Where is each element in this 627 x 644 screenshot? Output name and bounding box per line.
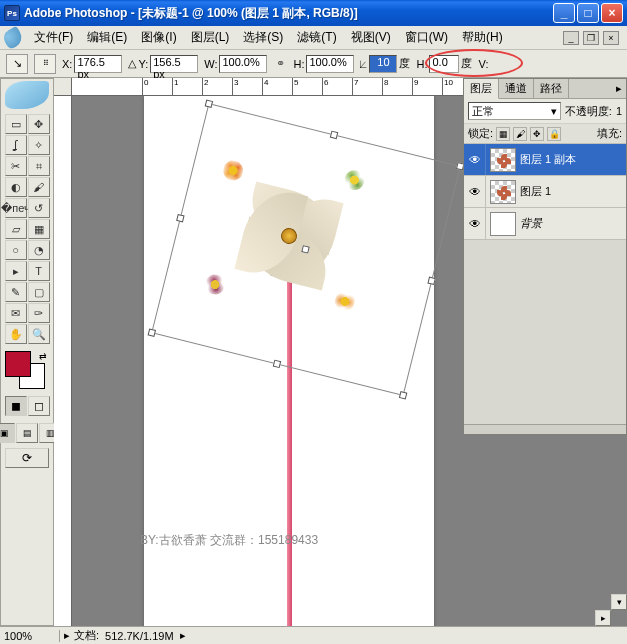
scroll-right-button[interactable]: ▸ xyxy=(595,610,611,626)
jump-to-imageready-button[interactable]: ⟳ xyxy=(5,448,49,468)
h-input[interactable]: 100.0% xyxy=(306,55,354,73)
transform-handle-e[interactable] xyxy=(428,276,436,284)
transform-center-point[interactable] xyxy=(301,245,309,253)
window-minimize-button[interactable]: _ xyxy=(553,3,575,23)
window-close-button[interactable]: × xyxy=(601,3,623,23)
link-aspect-icon[interactable]: ⚭ xyxy=(273,55,287,73)
x-input[interactable]: 176.5 px xyxy=(74,55,122,73)
blend-mode-value: 正常 xyxy=(472,104,494,119)
menu-edit[interactable]: 编辑(E) xyxy=(81,26,133,49)
menu-layer[interactable]: 图层(L) xyxy=(185,26,236,49)
move-tool[interactable]: ✥ xyxy=(28,114,50,134)
lasso-tool[interactable]: ʆ xyxy=(5,135,27,155)
layer-item[interactable]: 👁 背景 xyxy=(464,208,626,240)
layer-item[interactable]: 👁 图层 1 xyxy=(464,176,626,208)
layer-name[interactable]: 图层 1 副本 xyxy=(520,152,576,167)
layer-visibility-icon[interactable]: 👁 xyxy=(464,144,486,175)
transform-handle-se[interactable] xyxy=(399,391,407,399)
notes-tool[interactable]: ✉ xyxy=(5,303,27,323)
hand-tool[interactable]: ✋ xyxy=(5,324,27,344)
swap-colors-icon[interactable]: ⇄ xyxy=(39,351,47,361)
color-swatches: ⇄ xyxy=(5,351,49,389)
reference-point-icon[interactable]: ⠿ xyxy=(34,54,56,74)
layer-visibility-icon[interactable]: 👁 xyxy=(464,208,486,239)
pen-tool[interactable]: ✎ xyxy=(5,282,27,302)
standard-mode-button[interactable]: ◼ xyxy=(5,396,27,416)
scroll-down-button[interactable]: ▾ xyxy=(611,594,627,610)
crop-tool[interactable]: ✂ xyxy=(5,156,27,176)
doc-close-button[interactable]: × xyxy=(603,31,619,45)
brush-tool[interactable]: 🖌 xyxy=(28,177,50,197)
transform-handle-s[interactable] xyxy=(273,360,281,368)
transform-handle-sw[interactable] xyxy=(148,328,156,336)
transform-handle-nw[interactable] xyxy=(205,99,213,107)
doc-minimize-button[interactable]: _ xyxy=(563,31,579,45)
tab-layers[interactable]: 图层 xyxy=(464,79,499,99)
menu-help[interactable]: 帮助(H) xyxy=(456,26,509,49)
status-expand-icon[interactable]: ▸ xyxy=(60,629,74,642)
gradient-tool[interactable]: ▦ xyxy=(28,219,50,239)
photoshop-feather-icon xyxy=(1,25,26,50)
zoom-tool[interactable]: 🔍 xyxy=(28,324,50,344)
window-titlebar: Ps Adobe Photoshop - [未标题-1 @ 100% (图层 1… xyxy=(0,0,627,26)
ruler-origin[interactable] xyxy=(54,78,72,96)
tab-paths[interactable]: 路径 xyxy=(534,79,569,98)
layer-item[interactable]: 👁 图层 1 副本 xyxy=(464,144,626,176)
blend-mode-select[interactable]: 正常 ▾ xyxy=(468,102,561,120)
layer-name[interactable]: 图层 1 xyxy=(520,184,551,199)
window-maximize-button[interactable]: □ xyxy=(577,3,599,23)
tab-channels[interactable]: 通道 xyxy=(499,79,534,98)
lock-pixels-icon[interactable]: 🖌 xyxy=(513,127,527,141)
panel-menu-icon[interactable]: ▸ xyxy=(612,79,626,98)
marquee-tool[interactable]: ▭ xyxy=(5,114,27,134)
quickmask-mode-button[interactable]: ◻ xyxy=(28,396,50,416)
w-input[interactable]: 100.0% xyxy=(219,55,267,73)
panel-resize-handle[interactable] xyxy=(464,424,626,434)
blur-tool[interactable]: ○ xyxy=(5,240,27,260)
ruler-tick: 5 xyxy=(292,78,298,96)
layers-panel: 图层 通道 路径 ▸ 正常 ▾ 不透明度: 1 锁定: ▦ 🖌 ✥ 🔒 填充: … xyxy=(463,78,627,435)
shape-tool[interactable]: ▢ xyxy=(28,282,50,302)
history-brush-tool[interactable]: ↺ xyxy=(28,198,50,218)
free-transform-bounding-box[interactable] xyxy=(151,103,461,396)
transform-tool-indicator-icon[interactable]: ↘ xyxy=(6,54,28,74)
lock-position-icon[interactable]: ✥ xyxy=(530,127,544,141)
lock-all-icon[interactable]: 🔒 xyxy=(547,127,561,141)
skew-h-input[interactable]: 0.0 xyxy=(429,55,459,73)
ruler-tick: 2 xyxy=(202,78,208,96)
layer-visibility-icon[interactable]: 👁 xyxy=(464,176,486,207)
transform-handle-n[interactable] xyxy=(330,131,338,139)
eyedropper-tool[interactable]: ✑ xyxy=(28,303,50,323)
healing-brush-tool[interactable]: ◐ xyxy=(5,177,27,197)
screen-standard-button[interactable]: ▣ xyxy=(0,423,15,443)
menu-window[interactable]: 窗口(W) xyxy=(399,26,454,49)
layer-thumbnail[interactable] xyxy=(490,212,516,236)
status-menu-icon[interactable]: ▸ xyxy=(180,629,186,642)
opacity-value[interactable]: 1 xyxy=(616,105,622,117)
transform-handle-w[interactable] xyxy=(176,213,184,221)
magic-wand-tool[interactable]: ✧ xyxy=(28,135,50,155)
eraser-tool[interactable]: ▱ xyxy=(5,219,27,239)
type-tool[interactable]: T xyxy=(28,261,50,281)
foreground-color-swatch[interactable] xyxy=(5,351,31,377)
doc-restore-button[interactable]: ❐ xyxy=(583,31,599,45)
menu-file[interactable]: 文件(F) xyxy=(28,26,79,49)
rotation-angle-input[interactable]: 10 xyxy=(369,55,397,73)
lock-transparent-icon[interactable]: ▦ xyxy=(496,127,510,141)
clone-stamp-tool[interactable]: �печ xyxy=(5,198,27,218)
y-input[interactable]: 156.5 px xyxy=(150,55,198,73)
slice-tool[interactable]: ⌗ xyxy=(28,156,50,176)
menu-view[interactable]: 视图(V) xyxy=(345,26,397,49)
menu-filter[interactable]: 滤镜(T) xyxy=(291,26,342,49)
vertical-ruler[interactable] xyxy=(54,96,72,626)
toolbox-header-icon xyxy=(5,81,49,109)
dodge-tool[interactable]: ◔ xyxy=(28,240,50,260)
menu-image[interactable]: 图像(I) xyxy=(135,26,182,49)
status-zoom[interactable]: 100% xyxy=(0,630,60,642)
path-selection-tool[interactable]: ▸ xyxy=(5,261,27,281)
screen-full-menubar-button[interactable]: ▤ xyxy=(16,423,38,443)
layer-thumbnail[interactable] xyxy=(490,180,516,204)
menu-select[interactable]: 选择(S) xyxy=(237,26,289,49)
layer-name[interactable]: 背景 xyxy=(520,216,542,231)
layer-thumbnail[interactable] xyxy=(490,148,516,172)
